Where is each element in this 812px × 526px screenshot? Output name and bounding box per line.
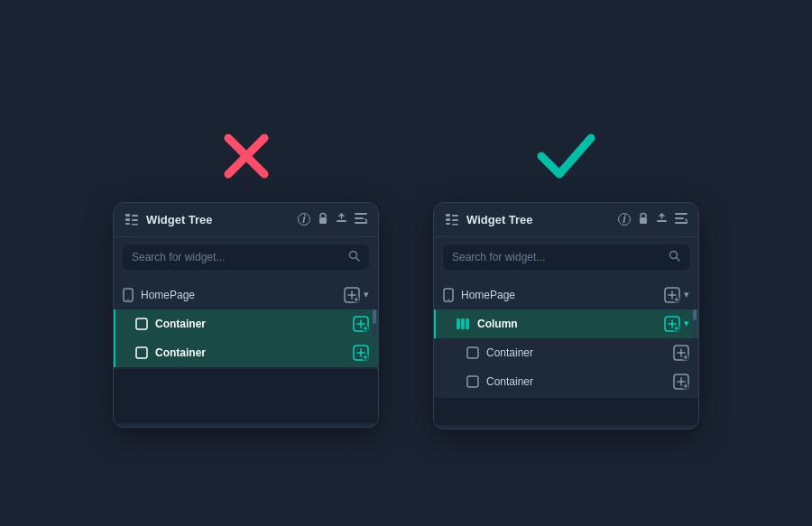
svg-rect-2: [125, 214, 130, 217]
svg-rect-7: [132, 224, 138, 226]
correct-panel-header: Widget Tree i: [434, 203, 698, 237]
svg-rect-42: [452, 224, 458, 226]
correct-sort-icon[interactable]: [675, 213, 687, 226]
phone-icon: [123, 288, 134, 302]
svg-rect-37: [446, 214, 450, 217]
correct-homepage-add-btn[interactable]: [664, 287, 680, 303]
svg-rect-59: [461, 318, 465, 329]
widget-tree-icon: [125, 212, 139, 226]
wrong-container-2-icon: [135, 346, 148, 359]
svg-rect-3: [125, 218, 130, 221]
svg-rect-60: [466, 318, 469, 329]
correct-column-add-btn[interactable]: [664, 316, 680, 332]
svg-rect-4: [125, 223, 130, 225]
correct-container-row-1[interactable]: Container: [434, 338, 698, 367]
correct-homepage-chevron[interactable]: ▾: [684, 289, 689, 300]
correct-tree-section: HomePage ▾: [434, 277, 698, 429]
wrong-homepage-chevron[interactable]: ▾: [364, 289, 369, 300]
wrong-homepage-row[interactable]: HomePage ▾: [114, 281, 378, 309]
wrong-tree-section: HomePage ▾: [114, 277, 378, 427]
correct-container-2-icon: [466, 375, 479, 388]
wrong-mark-icon: [219, 129, 273, 183]
svg-point-51: [448, 299, 449, 300]
svg-rect-23: [136, 318, 147, 329]
svg-rect-8: [319, 217, 327, 224]
info-icon[interactable]: i: [298, 213, 310, 226]
wrong-header-actions: i: [298, 212, 367, 227]
correct-container-2-actions: [673, 374, 689, 390]
correct-homepage-label: HomePage: [461, 289, 657, 301]
correct-container-2-label: Container: [486, 375, 666, 388]
correct-phone-icon: [443, 288, 454, 302]
correct-container-2-add-btn[interactable]: [673, 374, 689, 390]
wrong-homepage-actions: ▾: [344, 287, 369, 303]
correct-homepage-actions: ▾: [664, 287, 689, 303]
wrong-homepage-add-btn[interactable]: [344, 287, 360, 303]
correct-panel-wrapper: Widget Tree i: [433, 125, 699, 429]
wrong-container-row-2[interactable]: Container: [114, 338, 378, 367]
wrong-panel-wrapper: Widget Tree i: [113, 125, 379, 428]
sort-icon[interactable]: [355, 213, 367, 226]
correct-search-bar[interactable]: Search for widget...: [443, 245, 689, 270]
wrong-search-text: Search for widget...: [132, 251, 343, 263]
correct-homepage-row[interactable]: HomePage ▾: [434, 281, 698, 309]
wrong-container-2-label: Container: [155, 346, 346, 359]
svg-rect-40: [452, 215, 458, 217]
svg-rect-74: [467, 376, 478, 387]
correct-container-row-2[interactable]: Container: [434, 367, 698, 396]
wrong-widget-panel: Widget Tree i: [113, 202, 379, 428]
wrong-container-1-label: Container: [155, 318, 346, 330]
correct-container-1-add-btn[interactable]: [673, 345, 689, 361]
svg-rect-46: [675, 217, 684, 219]
wrong-homepage-label: HomePage: [141, 289, 337, 301]
svg-rect-67: [467, 347, 478, 358]
correct-column-label: Column: [477, 318, 657, 330]
correct-widget-panel: Widget Tree i: [433, 202, 699, 429]
correct-column-chevron[interactable]: ▾: [684, 318, 689, 329]
correct-panel-title: Widget Tree: [466, 213, 611, 226]
lock-icon[interactable]: [318, 212, 328, 227]
correct-mark-icon: [537, 131, 595, 180]
correct-search-icon: [669, 250, 680, 264]
wrong-container-1-actions: [353, 316, 369, 332]
svg-point-16: [127, 299, 129, 300]
correct-widget-tree-icon: [445, 212, 459, 226]
svg-line-49: [677, 257, 680, 261]
svg-rect-30: [136, 347, 147, 358]
wrong-panel-title: Widget Tree: [146, 213, 291, 226]
svg-rect-5: [132, 215, 138, 217]
correct-upload-icon[interactable]: [656, 212, 668, 226]
wrong-search-bar[interactable]: Search for widget...: [123, 245, 369, 270]
svg-rect-44: [657, 220, 667, 222]
svg-rect-45: [675, 213, 687, 215]
wrong-search-icon: [348, 250, 360, 264]
main-layout: Widget Tree i: [113, 97, 699, 429]
correct-column-actions: ▾: [664, 316, 689, 332]
wrong-container-2-add-btn[interactable]: [353, 345, 369, 361]
correct-column-row[interactable]: Column ▾: [434, 309, 698, 338]
correct-search-text: Search for widget...: [452, 251, 663, 263]
wrong-container-1-add-btn[interactable]: [353, 316, 369, 332]
svg-line-14: [356, 257, 360, 261]
correct-info-icon[interactable]: i: [618, 213, 631, 226]
svg-rect-58: [457, 318, 460, 329]
svg-rect-38: [446, 218, 450, 221]
wrong-container-row-1[interactable]: Container: [114, 309, 378, 338]
correct-container-1-actions: [673, 345, 689, 361]
upload-icon[interactable]: [336, 212, 347, 226]
svg-rect-6: [132, 219, 138, 221]
svg-rect-9: [337, 220, 346, 222]
column-icon: [456, 318, 470, 330]
svg-rect-39: [446, 223, 450, 225]
correct-lock-icon[interactable]: [638, 212, 649, 227]
wrong-container-2-actions: [353, 345, 369, 361]
correct-container-1-icon: [466, 346, 479, 359]
wrong-container-1-icon: [135, 318, 148, 330]
svg-rect-43: [640, 217, 647, 224]
correct-container-1-label: Container: [486, 346, 666, 359]
correct-header-actions: i: [618, 212, 687, 227]
svg-rect-41: [452, 219, 458, 221]
svg-rect-11: [355, 217, 364, 219]
wrong-panel-header: Widget Tree i: [114, 203, 378, 237]
svg-rect-10: [355, 213, 367, 215]
